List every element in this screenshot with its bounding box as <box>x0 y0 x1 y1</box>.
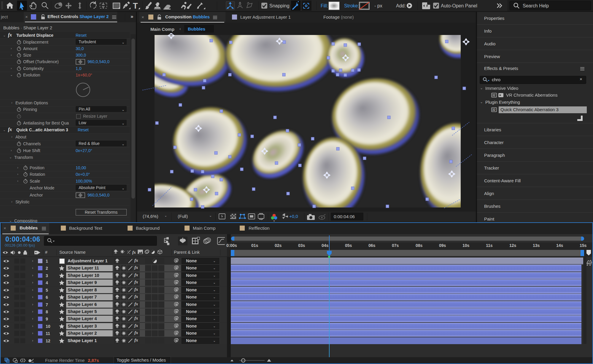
svg-text:Fill:: Fill: <box>321 3 328 8</box>
svg-text:Stroke:: Stroke: <box>344 3 359 8</box>
svg-text:Auto-Open Panel: Auto-Open Panel <box>441 3 477 8</box>
svg-text:32: 32 <box>492 108 496 111</box>
svg-text:32: 32 <box>492 94 496 97</box>
svg-text:Snapping: Snapping <box>269 3 290 8</box>
svg-text:- px: - px <box>374 3 382 8</box>
svg-text:Search Help: Search Help <box>523 3 549 8</box>
svg-text:T: T <box>133 1 138 10</box>
svg-text:fx: fx <box>132 250 136 255</box>
svg-text:Add:: Add: <box>396 3 406 8</box>
